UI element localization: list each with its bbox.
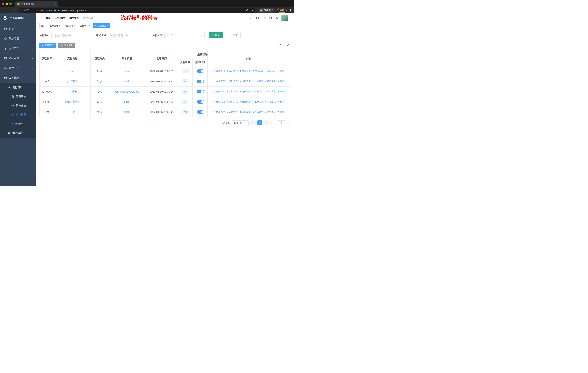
close-window-button[interactable] bbox=[2, 2, 4, 5]
row-action-link[interactable]: ✖ 删除 bbox=[278, 70, 284, 73]
reset-button[interactable]: 重置 bbox=[227, 32, 241, 39]
sidebar-item-process-form[interactable]: 流程表单 bbox=[0, 92, 36, 101]
row-action-link[interactable]: ✎ 修改流程 bbox=[214, 100, 225, 103]
row-action-link[interactable]: ↥ 发布流程 bbox=[252, 110, 263, 113]
github-icon[interactable] bbox=[256, 16, 259, 20]
create-process-button[interactable]: + 新建流程 bbox=[39, 43, 56, 48]
row-action-link[interactable]: ⚙ 设计流程 bbox=[227, 110, 238, 113]
incognito-badge[interactable]: 无痕模式 bbox=[259, 8, 275, 13]
process-name-link[interactable]: 测试多审批人 bbox=[65, 100, 80, 103]
process-name-input[interactable] bbox=[108, 32, 148, 39]
breadcrumb-item[interactable]: 工作流程 bbox=[55, 16, 69, 20]
tag-chip[interactable]: 首页 × bbox=[39, 23, 47, 28]
row-action-link[interactable]: ↥ 发布流程 bbox=[252, 90, 263, 93]
reload-button[interactable] bbox=[13, 9, 15, 12]
form-info-link[interactable]: biubiu bbox=[124, 80, 130, 83]
form-info-link[interactable]: biubiu bbox=[124, 100, 130, 103]
tag-chip[interactable]: 我的流程 × bbox=[63, 23, 77, 28]
row-action-link[interactable]: ♟ 分配规则 bbox=[240, 70, 251, 73]
sidebar-item-process-mgmt[interactable]: 流程管理 bbox=[0, 83, 36, 92]
row-action-link[interactable]: ♟ 分配规则 bbox=[240, 110, 251, 113]
browser-tab[interactable]: 芋道管理系统 × bbox=[15, 1, 58, 7]
process-id-input[interactable] bbox=[51, 32, 92, 39]
bookmark-star-icon[interactable] bbox=[251, 9, 253, 12]
browser-update-button[interactable]: 更新 bbox=[277, 8, 286, 13]
new-tab-button[interactable]: + bbox=[61, 2, 63, 5]
breadcrumb-item[interactable]: 首页 bbox=[46, 16, 55, 20]
row-action-link[interactable]: ♟ 分配规则 bbox=[240, 90, 251, 93]
row-action-link[interactable]: ≡ 流程定义 bbox=[265, 70, 276, 73]
font-size-icon[interactable] bbox=[275, 16, 278, 20]
sidebar-item-process-model[interactable]: 流程模型 bbox=[0, 110, 36, 119]
active-toggle[interactable] bbox=[197, 110, 204, 114]
row-action-link[interactable]: ✎ 修改流程 bbox=[214, 70, 225, 73]
active-toggle[interactable] bbox=[197, 80, 204, 83]
url-bar[interactable]: 不安全 dashboard.yudao.iocoder.cn /bpm/mana… bbox=[19, 8, 255, 13]
sidebar-item-devtools[interactable]: 研发工具 bbox=[0, 63, 36, 73]
prev-page-button[interactable]: ‹ bbox=[251, 120, 256, 125]
row-action-link[interactable]: ✖ 删除 bbox=[278, 110, 284, 113]
row-action-link[interactable]: ✖ 删除 bbox=[278, 100, 284, 103]
sidebar-item-workflow[interactable]: 工作流程 bbox=[0, 73, 36, 83]
tag-close-icon[interactable]: × bbox=[89, 25, 91, 27]
form-info-link[interactable]: /bpm/oa/leave/create bbox=[115, 90, 139, 93]
password-key-icon[interactable] bbox=[245, 9, 248, 12]
form-info-link[interactable]: biubiu bbox=[124, 111, 130, 113]
sidebar-item-home[interactable]: 首页 bbox=[0, 24, 36, 34]
minimize-window-button[interactable] bbox=[6, 2, 8, 5]
tag-chip[interactable]: 流程表单 × bbox=[78, 23, 92, 28]
row-action-link[interactable]: ♟ 分配规则 bbox=[240, 80, 251, 83]
row-action-link[interactable]: ≡ 流程定义 bbox=[265, 80, 276, 83]
active-toggle[interactable] bbox=[197, 100, 204, 104]
import-process-button[interactable]: 导入流程 bbox=[58, 43, 75, 48]
back-button[interactable]: ← bbox=[2, 9, 5, 12]
row-action-link[interactable]: ✎ 修改流程 bbox=[214, 110, 225, 113]
process-name-link[interactable]: OA 请假 bbox=[68, 90, 77, 93]
row-action-link[interactable]: ♟ 分配规则 bbox=[240, 100, 251, 103]
tab-close-icon[interactable]: × bbox=[55, 3, 56, 6]
app-logo[interactable]: 芋道管理系统 bbox=[0, 13, 36, 23]
row-action-link[interactable]: ⚙ 设计流程 bbox=[227, 80, 238, 83]
tag-close-icon[interactable]: × bbox=[107, 25, 108, 27]
sidebar-item-system[interactable]: 系统管理 bbox=[0, 34, 36, 43]
process-name-link[interactable]: eeee bbox=[69, 70, 75, 73]
sidebar-toggle-icon[interactable] bbox=[39, 16, 43, 20]
process-name-link[interactable]: 自己审批 bbox=[67, 80, 77, 83]
goto-page-input[interactable] bbox=[278, 120, 285, 125]
row-action-link[interactable]: ✎ 修改流程 bbox=[214, 90, 225, 93]
next-page-button[interactable]: › bbox=[264, 120, 269, 125]
help-icon[interactable] bbox=[262, 16, 266, 20]
row-action-link[interactable]: ≡ 流程定义 bbox=[265, 110, 276, 113]
row-action-link[interactable]: ⚙ 设计流程 bbox=[227, 70, 238, 73]
hide-search-button[interactable] bbox=[278, 43, 283, 48]
browser-menu-icon[interactable]: ⋮ bbox=[289, 9, 292, 12]
active-toggle[interactable] bbox=[197, 69, 204, 73]
row-action-link[interactable]: ≡ 流程定义 bbox=[265, 100, 276, 103]
tag-close-icon[interactable]: × bbox=[74, 25, 76, 27]
zoom-window-button[interactable] bbox=[10, 2, 12, 5]
sidebar-item-user-group[interactable]: 用户分组 bbox=[0, 101, 36, 110]
refresh-button[interactable] bbox=[286, 43, 291, 48]
breadcrumb-item[interactable]: 流程模型 bbox=[83, 16, 93, 20]
sidebar-item-infrastructure[interactable]: 基础设施 bbox=[0, 53, 36, 63]
category-select[interactable]: 流程分类 ▼ bbox=[164, 32, 205, 39]
row-action-link[interactable]: ↥ 发布流程 bbox=[252, 80, 263, 83]
form-info-link[interactable]: biubiu bbox=[124, 70, 130, 73]
tag-close-icon[interactable]: × bbox=[59, 25, 61, 27]
breadcrumb-item[interactable]: 流程管理 bbox=[69, 16, 83, 20]
user-avatar[interactable] bbox=[281, 15, 288, 21]
sidebar-item-payment[interactable]: 支付管理 bbox=[0, 43, 36, 53]
row-action-link[interactable]: ↥ 发布流程 bbox=[252, 70, 263, 73]
row-action-link[interactable]: ≡ 流程定义 bbox=[265, 90, 276, 93]
forward-button[interactable]: → bbox=[8, 9, 10, 12]
page-number-button[interactable]: 1 bbox=[257, 120, 262, 125]
sidebar-item-leave-query[interactable]: 请假查询 bbox=[0, 128, 36, 138]
row-action-link[interactable]: ✎ 修改流程 bbox=[214, 80, 225, 83]
active-toggle[interactable] bbox=[197, 90, 204, 93]
row-action-link[interactable]: ⚙ 设计流程 bbox=[227, 100, 238, 103]
row-action-link[interactable]: ↥ 发布流程 bbox=[252, 100, 263, 103]
row-action-link[interactable]: ✖ 删除 bbox=[278, 80, 284, 83]
row-action-link[interactable]: ⚙ 设计流程 bbox=[227, 90, 238, 93]
sidebar-item-task-mgmt[interactable]: 任务管理 bbox=[0, 119, 36, 128]
fullscreen-icon[interactable] bbox=[269, 17, 272, 20]
